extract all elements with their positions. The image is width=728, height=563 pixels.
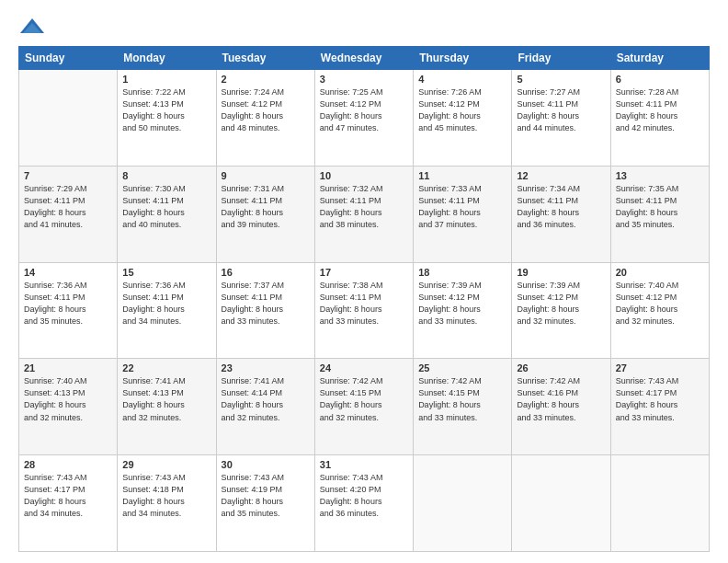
cell-info: Sunrise: 7:36 AM Sunset: 4:11 PM Dayligh… — [24, 280, 112, 327]
calendar-table: SundayMondayTuesdayWednesdayThursdayFrid… — [18, 46, 710, 552]
day-number: 27 — [616, 362, 704, 373]
cell-info: Sunrise: 7:43 AM Sunset: 4:20 PM Dayligh… — [320, 472, 408, 520]
calendar-cell: 9Sunrise: 7:31 AM Sunset: 4:11 PM Daylig… — [216, 166, 314, 262]
calendar-cell: 25Sunrise: 7:42 AM Sunset: 4:15 PM Dayli… — [414, 359, 512, 455]
calendar-cell: 31Sunrise: 7:43 AM Sunset: 4:20 PM Dayli… — [314, 455, 413, 552]
day-number: 16 — [222, 267, 310, 278]
cell-info: Sunrise: 7:29 AM Sunset: 4:11 PM Dayligh… — [24, 183, 112, 231]
calendar-cell: 20Sunrise: 7:40 AM Sunset: 4:12 PM Dayli… — [610, 262, 709, 359]
day-number: 23 — [222, 362, 310, 373]
day-number: 10 — [320, 170, 408, 181]
calendar-cell: 18Sunrise: 7:39 AM Sunset: 4:12 PM Dayli… — [414, 262, 512, 359]
cell-info: Sunrise: 7:42 AM Sunset: 4:16 PM Dayligh… — [517, 375, 605, 423]
cell-info: Sunrise: 7:26 AM Sunset: 4:12 PM Dayligh… — [418, 86, 506, 134]
day-number: 4 — [418, 74, 506, 85]
cell-info: Sunrise: 7:42 AM Sunset: 4:15 PM Dayligh… — [320, 375, 408, 423]
calendar-cell — [512, 455, 610, 552]
calendar-cell: 5Sunrise: 7:27 AM Sunset: 4:11 PM Daylig… — [512, 70, 610, 167]
header — [18, 17, 710, 37]
calendar-cell: 7Sunrise: 7:29 AM Sunset: 4:11 PM Daylig… — [19, 166, 118, 262]
day-number: 31 — [320, 459, 408, 470]
calendar-header-row: SundayMondayTuesdayWednesdayThursdayFrid… — [19, 47, 710, 70]
day-number: 26 — [517, 362, 605, 373]
calendar-cell: 30Sunrise: 7:43 AM Sunset: 4:19 PM Dayli… — [216, 455, 314, 552]
day-number: 29 — [122, 459, 210, 470]
cell-info: Sunrise: 7:22 AM Sunset: 4:13 PM Dayligh… — [122, 86, 210, 134]
calendar-cell: 28Sunrise: 7:43 AM Sunset: 4:17 PM Dayli… — [19, 455, 118, 552]
day-number: 21 — [24, 362, 112, 373]
calendar-cell — [610, 455, 709, 552]
day-number: 15 — [122, 267, 210, 278]
day-number: 2 — [222, 74, 310, 85]
day-header-sunday: Sunday — [19, 47, 118, 70]
day-number: 17 — [320, 267, 408, 278]
cell-info: Sunrise: 7:41 AM Sunset: 4:14 PM Dayligh… — [222, 375, 310, 423]
day-number: 24 — [320, 362, 408, 373]
calendar-cell: 27Sunrise: 7:43 AM Sunset: 4:17 PM Dayli… — [610, 359, 709, 455]
page: SundayMondayTuesdayWednesdayThursdayFrid… — [0, 0, 728, 563]
cell-info: Sunrise: 7:43 AM Sunset: 4:17 PM Dayligh… — [616, 375, 704, 423]
cell-info: Sunrise: 7:40 AM Sunset: 4:12 PM Dayligh… — [616, 280, 704, 327]
calendar-cell: 29Sunrise: 7:43 AM Sunset: 4:18 PM Dayli… — [118, 455, 216, 552]
calendar-week-1: 1Sunrise: 7:22 AM Sunset: 4:13 PM Daylig… — [19, 70, 710, 167]
cell-info: Sunrise: 7:43 AM Sunset: 4:18 PM Dayligh… — [122, 472, 210, 520]
calendar-week-4: 21Sunrise: 7:40 AM Sunset: 4:13 PM Dayli… — [19, 359, 710, 455]
cell-info: Sunrise: 7:28 AM Sunset: 4:11 PM Dayligh… — [616, 86, 704, 134]
calendar-cell: 10Sunrise: 7:32 AM Sunset: 4:11 PM Dayli… — [314, 166, 413, 262]
day-number: 14 — [24, 267, 112, 278]
day-number: 12 — [517, 170, 605, 181]
day-number: 30 — [222, 459, 310, 470]
cell-info: Sunrise: 7:35 AM Sunset: 4:11 PM Dayligh… — [616, 183, 704, 231]
cell-info: Sunrise: 7:33 AM Sunset: 4:11 PM Dayligh… — [418, 183, 506, 231]
calendar-cell: 23Sunrise: 7:41 AM Sunset: 4:14 PM Dayli… — [216, 359, 314, 455]
calendar-week-2: 7Sunrise: 7:29 AM Sunset: 4:11 PM Daylig… — [19, 166, 710, 262]
day-number: 25 — [418, 362, 506, 373]
day-number: 1 — [122, 74, 210, 85]
calendar-cell: 16Sunrise: 7:37 AM Sunset: 4:11 PM Dayli… — [216, 262, 314, 359]
cell-info: Sunrise: 7:24 AM Sunset: 4:12 PM Dayligh… — [222, 86, 310, 134]
day-number: 8 — [122, 170, 210, 181]
day-number: 18 — [418, 267, 506, 278]
day-number: 20 — [616, 267, 704, 278]
calendar-cell: 15Sunrise: 7:36 AM Sunset: 4:11 PM Dayli… — [118, 262, 216, 359]
calendar-cell: 11Sunrise: 7:33 AM Sunset: 4:11 PM Dayli… — [414, 166, 512, 262]
logo — [18, 17, 50, 37]
day-number: 5 — [517, 74, 605, 85]
cell-info: Sunrise: 7:42 AM Sunset: 4:15 PM Dayligh… — [418, 375, 506, 423]
cell-info: Sunrise: 7:27 AM Sunset: 4:11 PM Dayligh… — [517, 86, 605, 134]
calendar-cell: 12Sunrise: 7:34 AM Sunset: 4:11 PM Dayli… — [512, 166, 610, 262]
day-header-friday: Friday — [512, 47, 610, 70]
calendar-cell: 19Sunrise: 7:39 AM Sunset: 4:12 PM Dayli… — [512, 262, 610, 359]
day-header-monday: Monday — [118, 47, 216, 70]
day-number: 22 — [122, 362, 210, 373]
calendar-cell: 2Sunrise: 7:24 AM Sunset: 4:12 PM Daylig… — [216, 70, 314, 167]
calendar-body: 1Sunrise: 7:22 AM Sunset: 4:13 PM Daylig… — [19, 70, 710, 552]
cell-info: Sunrise: 7:36 AM Sunset: 4:11 PM Dayligh… — [122, 280, 210, 327]
day-header-thursday: Thursday — [414, 47, 512, 70]
day-number: 9 — [222, 170, 310, 181]
calendar-cell: 26Sunrise: 7:42 AM Sunset: 4:16 PM Dayli… — [512, 359, 610, 455]
cell-info: Sunrise: 7:39 AM Sunset: 4:12 PM Dayligh… — [418, 280, 506, 327]
cell-info: Sunrise: 7:37 AM Sunset: 4:11 PM Dayligh… — [222, 280, 310, 327]
cell-info: Sunrise: 7:34 AM Sunset: 4:11 PM Dayligh… — [517, 183, 605, 231]
calendar-cell — [19, 70, 118, 167]
calendar-week-5: 28Sunrise: 7:43 AM Sunset: 4:17 PM Dayli… — [19, 455, 710, 552]
calendar-cell: 3Sunrise: 7:25 AM Sunset: 4:12 PM Daylig… — [314, 70, 413, 167]
calendar-cell: 24Sunrise: 7:42 AM Sunset: 4:15 PM Dayli… — [314, 359, 413, 455]
calendar-cell: 21Sunrise: 7:40 AM Sunset: 4:13 PM Dayli… — [19, 359, 118, 455]
day-header-saturday: Saturday — [610, 47, 709, 70]
calendar-cell: 1Sunrise: 7:22 AM Sunset: 4:13 PM Daylig… — [118, 70, 216, 167]
day-header-wednesday: Wednesday — [314, 47, 413, 70]
day-number: 19 — [517, 267, 605, 278]
calendar-cell — [414, 455, 512, 552]
cell-info: Sunrise: 7:41 AM Sunset: 4:13 PM Dayligh… — [122, 375, 210, 423]
cell-info: Sunrise: 7:31 AM Sunset: 4:11 PM Dayligh… — [222, 183, 310, 231]
day-number: 13 — [616, 170, 704, 181]
calendar-week-3: 14Sunrise: 7:36 AM Sunset: 4:11 PM Dayli… — [19, 262, 710, 359]
day-number: 3 — [320, 74, 408, 85]
cell-info: Sunrise: 7:40 AM Sunset: 4:13 PM Dayligh… — [24, 375, 112, 423]
calendar-cell: 4Sunrise: 7:26 AM Sunset: 4:12 PM Daylig… — [414, 70, 512, 167]
cell-info: Sunrise: 7:38 AM Sunset: 4:11 PM Dayligh… — [320, 280, 408, 327]
day-number: 6 — [616, 74, 704, 85]
calendar-cell: 13Sunrise: 7:35 AM Sunset: 4:11 PM Dayli… — [610, 166, 709, 262]
